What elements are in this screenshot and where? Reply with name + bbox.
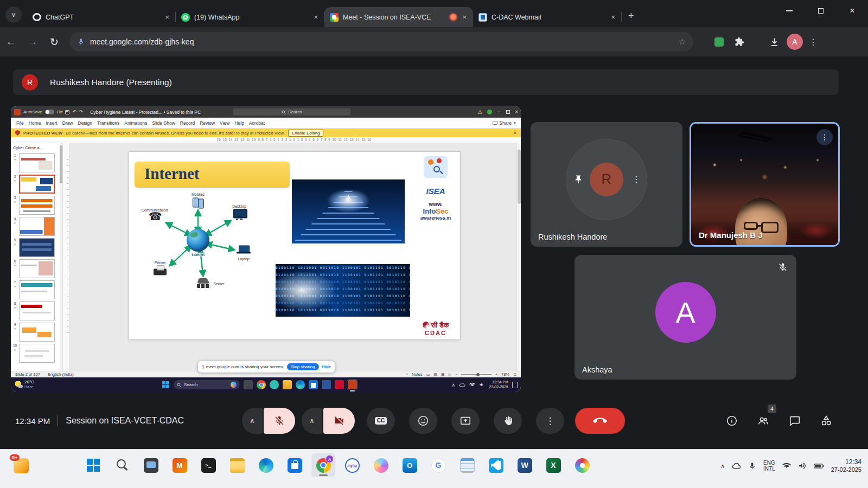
taskbar-app[interactable]: [513, 453, 537, 477]
participant-tile-manujesh[interactable]: ⋮ Dr Manujesh B J: [690, 122, 840, 247]
ppt-restore-icon[interactable]: [506, 110, 510, 114]
slide-thumbnail-row[interactable]: 3★: [11, 195, 62, 216]
taskbar-app-icon[interactable]: [283, 380, 292, 389]
ppt-menu-item[interactable]: Draw: [62, 120, 73, 126]
start-button[interactable]: [162, 381, 170, 389]
screen-capture-indicator-icon[interactable]: [709, 37, 729, 47]
taskbar-app[interactable]: [139, 453, 163, 477]
slide-thumbnail-row[interactable]: 4★: [11, 216, 62, 237]
bookmark-star-icon[interactable]: ☆: [679, 37, 686, 47]
input-language-indicator[interactable]: ENG INTL: [763, 460, 775, 472]
volume-icon[interactable]: [798, 461, 807, 470]
zoom-in-icon[interactable]: +: [495, 373, 497, 376]
ppt-menu-item[interactable]: File: [16, 120, 24, 126]
slide-thumbnail[interactable]: [19, 238, 55, 257]
autosave-toggle[interactable]: [45, 110, 54, 114]
taskbar-clock[interactable]: 12:34 27-02-2025: [831, 458, 861, 474]
taskbar-app[interactable]: [283, 453, 307, 477]
end-call-button[interactable]: [575, 408, 625, 434]
taskbar-app[interactable]: [254, 453, 278, 477]
taskbar-app[interactable]: [570, 453, 594, 477]
reading-view-icon[interactable]: ▦: [441, 373, 445, 377]
mic-tray-icon[interactable]: [748, 462, 756, 470]
screenshare-tile[interactable]: AutoSave Off ↶ ↷ Cyber Hygiene Latest - …: [11, 106, 521, 392]
tab-close-icon[interactable]: ×: [312, 13, 319, 21]
hide-button[interactable]: Hide: [322, 364, 331, 369]
browser-tab[interactable]: C-DAC Webmail ×: [473, 7, 622, 27]
mic-options-chevron[interactable]: ∧: [242, 408, 263, 434]
zoom-slider[interactable]: [461, 374, 492, 375]
ppt-menu-item[interactable]: Home: [29, 120, 41, 126]
forward-button[interactable]: →: [22, 36, 43, 48]
present-screen-button[interactable]: [451, 408, 480, 434]
new-tab-button[interactable]: +: [628, 10, 634, 22]
slide-thumbnail[interactable]: [19, 196, 55, 215]
ppt-menu-item[interactable]: Transitions: [97, 120, 119, 126]
participant-tile-akshaya[interactable]: A Akshaya: [575, 255, 796, 380]
captions-button[interactable]: CC: [367, 408, 395, 434]
browser-profile-avatar[interactable]: A: [787, 34, 803, 50]
slide-thumbnail[interactable]: [19, 280, 55, 299]
ppt-search-box[interactable]: Search: [233, 108, 350, 115]
taskbar-app-icon[interactable]: [309, 380, 318, 389]
taskbar-app[interactable]: [541, 453, 565, 477]
camera-toggle-button[interactable]: [323, 408, 355, 434]
wifi-icon[interactable]: [469, 382, 475, 388]
taskbar-app-icon[interactable]: [244, 380, 253, 389]
taskbar-search-box[interactable]: Search: [174, 380, 240, 389]
slide-thumbnail-row[interactable]: 10★: [11, 343, 62, 364]
save-icon[interactable]: [65, 110, 69, 114]
tab-close-icon[interactable]: ×: [164, 13, 170, 21]
ppt-menu-item[interactable]: View: [220, 120, 229, 126]
back-button[interactable]: ←: [0, 36, 22, 48]
slide-thumbnail[interactable]: [19, 175, 55, 194]
scrollbar-thumb[interactable]: [518, 150, 521, 204]
cloud-icon[interactable]: [459, 382, 465, 388]
maximize-button[interactable]: [805, 0, 837, 22]
taskbar-app[interactable]: [340, 453, 364, 477]
address-bar[interactable]: meet.google.com/zdb-gjhs-keq ☆: [69, 32, 693, 52]
enable-editing-button[interactable]: Enable Editing: [288, 130, 324, 137]
taskbar-app[interactable]: [168, 453, 192, 477]
taskbar-app[interactable]: A: [311, 453, 335, 477]
taskbar-app[interactable]: [398, 453, 422, 477]
taskbar-app-icon[interactable]: [296, 380, 305, 389]
onedrive-cloud-icon[interactable]: [732, 461, 741, 471]
ppt-menu-item[interactable]: Review: [200, 120, 215, 126]
downloads-icon[interactable]: [764, 37, 784, 47]
battery-icon[interactable]: [814, 462, 824, 470]
hidden-icons-chevron[interactable]: ∧: [720, 463, 725, 470]
ppt-menu-item[interactable]: Slide Show: [152, 120, 175, 126]
slide-thumbnail[interactable]: [19, 301, 55, 320]
taskbar-app-icon[interactable]: [257, 380, 266, 389]
close-button[interactable]: ×: [837, 0, 868, 22]
ppt-close-icon[interactable]: ×: [515, 109, 518, 115]
wifi-icon[interactable]: [782, 461, 791, 470]
slideshow-icon[interactable]: ▷: [449, 373, 451, 377]
zoom-level[interactable]: 78%: [501, 372, 509, 377]
slide-thumbnail[interactable]: [19, 323, 55, 342]
raise-hand-button[interactable]: [494, 408, 522, 434]
browser-tab[interactable]: ChatGPT ×: [27, 7, 176, 27]
language-indicator[interactable]: English (India): [48, 372, 74, 377]
extensions-puzzle-icon[interactable]: [729, 37, 750, 47]
slide-thumbnail-row[interactable]: 2★: [11, 174, 62, 195]
taskbar-app[interactable]: [426, 453, 450, 477]
taskbar-app[interactable]: [369, 453, 393, 477]
speaker-icon[interactable]: [479, 382, 485, 388]
tile-options-kebab-icon[interactable]: ⋮: [627, 170, 646, 189]
slide-thumbnail-row[interactable]: 8★: [11, 300, 62, 322]
ppt-menu-item[interactable]: Acrobat: [249, 120, 265, 126]
slide-thumbnail[interactable]: [19, 344, 55, 363]
ppt-menu-item[interactable]: Help: [234, 120, 244, 126]
redo-icon[interactable]: ↷: [79, 110, 84, 114]
site-permissions-mic-icon[interactable]: [77, 38, 85, 46]
activities-button[interactable]: [813, 408, 839, 434]
chat-panel-button[interactable]: [782, 408, 808, 434]
pin-button[interactable]: [569, 170, 588, 189]
people-panel-button[interactable]: 4: [750, 408, 776, 434]
tab-search-button[interactable]: ∨: [5, 7, 22, 23]
ppt-menu-item[interactable]: Design: [78, 120, 92, 126]
taskbar-app[interactable]: [110, 453, 134, 477]
zoom-out-icon[interactable]: −: [455, 373, 457, 376]
